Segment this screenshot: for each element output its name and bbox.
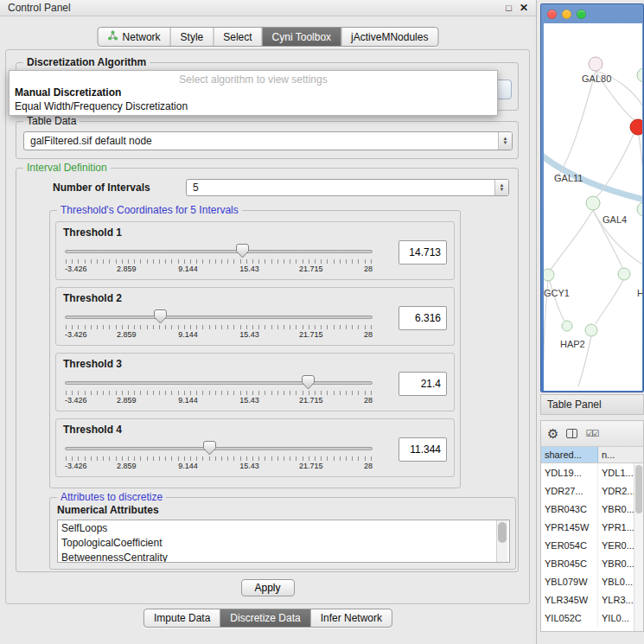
network-canvas-container[interactable]: GAL80GAL11GAL4GCY1HAP2H: [544, 23, 642, 391]
network-edge[interactable]: [550, 281, 564, 321]
network-node[interactable]: [586, 196, 600, 210]
tab-impute-data[interactable]: Impute Data: [144, 609, 220, 627]
threshold-value-input[interactable]: [399, 240, 447, 265]
tab-discretize-data[interactable]: Discretize Data: [220, 609, 310, 627]
attributes-to-discretize-group: Attributes to discretize Numerical Attri…: [49, 497, 516, 570]
tab-label: Discretize Data: [230, 612, 300, 624]
table-row[interactable]: YIL052CYIL0...: [541, 609, 634, 627]
threshold-slider[interactable]: -3.426 2.859 9.144 15.43 21.715 28: [65, 308, 373, 342]
attributes-scrollbar[interactable]: [496, 520, 507, 562]
scale-label: 28: [364, 462, 373, 470]
table-row[interactable]: YDL19...YDL1...: [541, 463, 634, 481]
table-scrollbar[interactable]: [634, 463, 643, 632]
node-table-rows: YDL19...YDL1...YDR27...YDR2...YBR043CYBR…: [541, 463, 634, 632]
network-edge[interactable]: [596, 280, 623, 324]
table-cell: YLR3...: [598, 590, 634, 609]
scale-label: 9.144: [178, 396, 198, 405]
threshold-slider[interactable]: -3.426 2.859 9.144 15.43 21.715 28: [65, 242, 373, 277]
apply-button[interactable]: Apply: [241, 579, 295, 596]
network-view-window: GAL80GAL11GAL4GCY1HAP2H: [540, 3, 644, 392]
slider-scale: -3.426 2.859 9.144 15.43 21.715 28: [65, 462, 373, 471]
cyni-mode-tab-bar: Impute Data Discretize Data Infer Networ…: [143, 609, 392, 628]
table-row[interactable]: YPR145WYPR1...: [541, 518, 634, 536]
float-window-icon[interactable]: □: [506, 3, 512, 13]
close-icon[interactable]: ✕: [520, 3, 528, 13]
dropdown-option-manual-discretization[interactable]: Manual Discretization: [10, 86, 497, 99]
slider-track[interactable]: [65, 381, 373, 385]
threshold-label: Threshold 2: [63, 292, 447, 304]
column-header-shared-name[interactable]: shared...: [541, 447, 598, 462]
discretization-algorithm-label: Discretization Algorithm: [23, 56, 150, 68]
threshold-slider[interactable]: -3.426 2.859 9.144 15.43 21.715 28: [65, 373, 373, 408]
network-node[interactable]: [585, 324, 597, 336]
network-node[interactable]: [637, 68, 642, 82]
network-icon: [108, 30, 118, 43]
table-row[interactable]: YLR345WYLR3...: [541, 590, 634, 609]
numerical-attributes-list[interactable]: SelfLoopsTopologicalCoefficientBetweenne…: [57, 520, 510, 563]
slider-track[interactable]: [65, 447, 373, 450]
algorithm-dropdown-popup: Select algorithm to view settings Manual…: [9, 70, 498, 116]
number-of-intervals-combobox[interactable]: 5 ▲▼: [186, 179, 509, 196]
network-node-label: GAL4: [603, 214, 627, 225]
network-edge[interactable]: [551, 210, 593, 270]
table-row[interactable]: YER054CYER0...: [541, 536, 634, 554]
scrollbar-thumb[interactable]: [635, 465, 642, 513]
network-edge[interactable]: [639, 135, 642, 202]
table-row[interactable]: YBR045CYBR0...: [541, 554, 634, 572]
network-edge[interactable]: [556, 71, 596, 179]
cyni-toolbox-panel: Discretization Algorithm Table Data galF…: [5, 49, 530, 604]
slider-thumb[interactable]: [203, 441, 216, 456]
scale-label: 9.144: [178, 462, 198, 470]
slider-track[interactable]: [65, 316, 373, 319]
network-node[interactable]: [562, 321, 572, 331]
attribute-item[interactable]: BetweennessCentrality: [61, 551, 509, 563]
table-row[interactable]: YBR043CYBR0...: [541, 500, 634, 518]
tab-cyni-toolbox[interactable]: Cyni Toolbox: [263, 28, 341, 46]
columns-icon[interactable]: [566, 429, 577, 438]
network-canvas[interactable]: GAL80GAL11GAL4GCY1HAP2H: [544, 23, 642, 391]
network-node-label: HAP2: [560, 339, 585, 349]
tab-select[interactable]: Select: [214, 28, 262, 46]
network-node-label: GAL80: [582, 73, 611, 84]
threshold-slider[interactable]: -3.426 2.859 9.144 15.43 21.715 28: [65, 439, 373, 474]
combo-stepper-icon[interactable]: ▲▼: [498, 132, 512, 150]
tab-infer-network[interactable]: Infer Network: [311, 609, 392, 627]
scale-label: 28: [364, 396, 373, 405]
minimize-window-icon[interactable]: [562, 10, 571, 19]
tab-jactivemnodules[interactable]: jActiveMNodules: [341, 28, 437, 46]
threshold-value-input[interactable]: [399, 372, 447, 396]
combo-stepper-icon[interactable]: ▲▼: [494, 180, 508, 195]
slider-thumb[interactable]: [302, 375, 315, 390]
network-node[interactable]: [618, 268, 630, 280]
select-columns-icon[interactable]: ☑☑: [585, 429, 597, 438]
close-window-icon[interactable]: [547, 10, 557, 19]
tab-network[interactable]: Network: [99, 28, 171, 46]
network-node[interactable]: [630, 119, 642, 135]
attribute-item[interactable]: SelfLoops: [61, 521, 509, 536]
scale-label: 2.859: [117, 396, 137, 405]
dropdown-option-equal-width-frequency[interactable]: Equal Width/Frequency Discretization: [10, 99, 497, 113]
network-node[interactable]: [589, 57, 603, 71]
gear-icon[interactable]: ⚙: [547, 427, 558, 440]
scrollbar-thumb[interactable]: [498, 522, 507, 543]
tab-label: Cyni Toolbox: [272, 31, 331, 43]
slider-thumb[interactable]: [236, 244, 249, 258]
threshold-value-input[interactable]: [399, 306, 447, 330]
table-panel-body: ⚙ ☑☑ shared... n... YDL19...YDL1...YDR27…: [540, 420, 644, 632]
zoom-window-icon[interactable]: [577, 10, 586, 19]
table-data-combobox[interactable]: galFiltered.sif default node ▲▼: [23, 131, 513, 150]
threshold-panel-3: Threshold 3 -3.426 2.859 9.144 15.43: [55, 353, 455, 411]
table-cell: YBL0...: [598, 572, 634, 590]
network-node[interactable]: [544, 269, 554, 281]
table-row[interactable]: YBL079WYBL0...: [541, 572, 634, 590]
column-header-name[interactable]: n...: [598, 447, 643, 462]
panel-tab-bar: Network Style Select Cyni Toolbox jActiv…: [98, 27, 439, 47]
tab-style[interactable]: Style: [171, 28, 214, 46]
slider-track[interactable]: [65, 250, 373, 253]
scale-label: 15.43: [239, 265, 259, 273]
threshold-value-input[interactable]: [399, 437, 447, 462]
attribute-item[interactable]: TopologicalCoefficient: [61, 536, 509, 551]
slider-thumb[interactable]: [154, 309, 167, 324]
table-row[interactable]: YDR27...YDR2...: [541, 481, 634, 500]
network-node[interactable]: [637, 202, 642, 216]
